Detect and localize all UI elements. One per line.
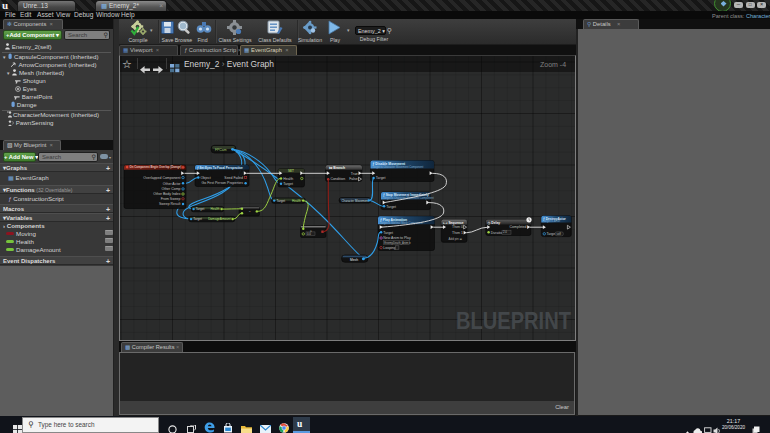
svg-text:FPCam: FPCam xyxy=(215,148,227,152)
svg-text:0.0: 0.0 xyxy=(307,232,311,236)
svg-text:Add pin ⊕: Add pin ⊕ xyxy=(448,237,462,241)
svg-text:On Component Begin Overlap (Da: On Component Begin Overlap (Damge) xyxy=(130,165,182,169)
svg-text:Health: Health xyxy=(283,177,293,181)
svg-text:Sweep Result: Sweep Result xyxy=(159,202,181,206)
svg-text:Seed Failed: Seed Failed xyxy=(224,176,243,180)
svg-text:Target: Target xyxy=(383,231,393,235)
svg-text:2.0: 2.0 xyxy=(503,230,507,234)
svg-text:False: False xyxy=(349,177,358,181)
svg-text:Looping: Looping xyxy=(383,246,396,250)
svg-text:Health: Health xyxy=(211,207,220,211)
svg-text:From Sweep: From Sweep xyxy=(161,197,181,201)
svg-text:Overlapped Component: Overlapped Component xyxy=(143,176,180,180)
svg-text:Target: Target xyxy=(386,205,396,209)
svg-text:Target: Target xyxy=(276,199,285,203)
svg-text:⧓ Branch: ⧓ Branch xyxy=(329,166,345,170)
svg-text:Target: Target xyxy=(283,182,293,186)
svg-text:Target is Skeletal Mesh Compon: Target is Skeletal Mesh Component xyxy=(380,221,423,225)
svg-text:Target: Target xyxy=(196,207,205,211)
svg-text:Character Movement: Character Movement xyxy=(342,199,369,203)
svg-text:Condition: Condition xyxy=(330,177,345,181)
svg-text:Target: Target xyxy=(193,217,202,221)
svg-text:BLUEPRINT: BLUEPRINT xyxy=(456,307,571,334)
svg-text:ƒ Set Eyes To Focal Perspectiv: ƒ Set Eyes To Focal Perspective xyxy=(197,166,243,170)
svg-text:Target: Target xyxy=(376,176,386,180)
svg-text:Completed: Completed xyxy=(510,225,527,229)
svg-text:◷ Delay: ◷ Delay xyxy=(488,221,501,225)
svg-text:Go First Person Properties: Go First Person Properties xyxy=(202,181,244,185)
svg-text:⟷ Sequence: ⟷ Sequence xyxy=(443,221,464,225)
svg-text:Other Body Index: Other Body Index xyxy=(153,192,180,196)
svg-text:Then 1: Then 1 xyxy=(452,231,463,235)
svg-text:self: self xyxy=(557,232,562,236)
svg-text:ƒ Disable Movement: ƒ Disable Movement xyxy=(373,162,406,166)
svg-text:Health: Health xyxy=(292,199,301,203)
svg-text:DamageAmount: DamageAmount xyxy=(208,217,230,221)
svg-text:SET: SET xyxy=(288,169,294,173)
svg-text:Other Actor: Other Actor xyxy=(163,182,182,186)
svg-text:EnemyDeath_Anim ▾: EnemyDeath_Anim ▾ xyxy=(384,241,411,245)
svg-text:Then 0: Then 0 xyxy=(452,225,463,229)
svg-text:True: True xyxy=(351,172,358,176)
svg-text:Object: Object xyxy=(201,176,211,180)
svg-text:Other Comp: Other Comp xyxy=(161,187,180,191)
svg-text:Target is Actor: Target is Actor xyxy=(543,219,560,223)
svg-text:Mesh: Mesh xyxy=(350,258,358,262)
svg-text:Target is Character Movement C: Target is Character Movement Component xyxy=(373,165,424,169)
